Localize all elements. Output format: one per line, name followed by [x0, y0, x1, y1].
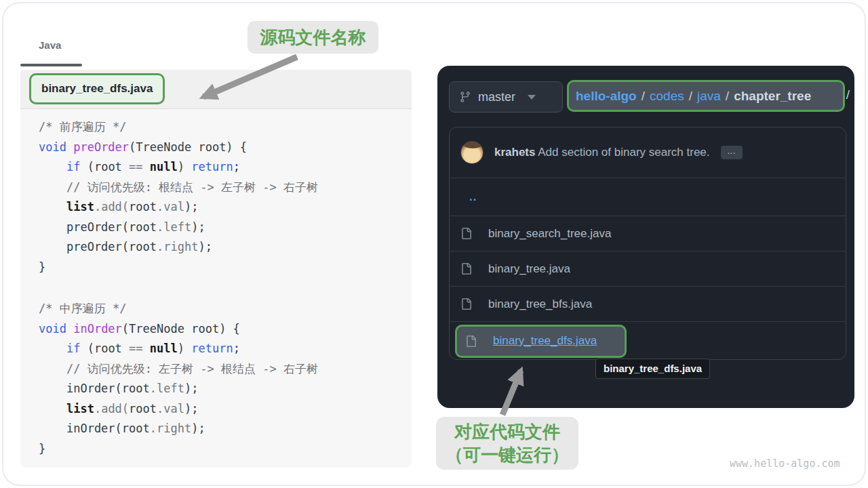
breadcrumb-current-dir: chapter_tree: [734, 89, 811, 104]
filename-tooltip: binary_tree_dfs.java: [595, 359, 710, 379]
breadcrumb-separator: /: [637, 89, 650, 104]
latest-commit-row: krahets Add section of binary search tre…: [450, 127, 846, 178]
table-row[interactable]: binary_tree.java: [450, 251, 846, 286]
branch-name: master: [478, 90, 515, 104]
parent-directory-row[interactable]: ..: [450, 178, 846, 216]
file-icon: [460, 228, 472, 239]
source-filename-badge: binary_tree_dfs.java: [29, 73, 165, 104]
annotation-source-filename: 源码文件名称: [248, 21, 378, 54]
file-link[interactable]: binary_tree.java: [488, 262, 570, 276]
code-line: inOrder(root.left);: [39, 379, 412, 399]
annotation-label-line1: 对应代码文件: [454, 420, 560, 443]
code-viewer: /* 前序遍历 */void preOrder(TreeNode root) {…: [20, 109, 412, 468]
chevron-down-icon: [528, 95, 536, 100]
code-block: /* 前序遍历 */void preOrder(TreeNode root) {…: [39, 117, 412, 277]
file-icon: [460, 263, 472, 274]
breadcrumb-separator: /: [684, 89, 697, 104]
code-line: preOrder(root.left);: [39, 218, 412, 238]
highlighted-file-link[interactable]: binary_tree_dfs.java: [493, 334, 597, 348]
file-link[interactable]: binary_search_tree.java: [488, 227, 611, 241]
code-line: /* 中序遍历 */: [39, 299, 412, 319]
file-link[interactable]: binary_tree_bfs.java: [488, 298, 592, 311]
code-line: void inOrder(TreeNode root) {: [39, 319, 412, 340]
branch-selector-button[interactable]: master: [449, 81, 563, 113]
annotation-label-line2: （可一键运行）: [446, 443, 569, 466]
commit-message: Add section of binary search tree.: [538, 146, 709, 159]
code-content: /* 前序遍历 */void preOrder(TreeNode root) {…: [39, 117, 412, 459]
commit-text: krahets Add section of binary search tre…: [494, 146, 710, 159]
code-line: if (root == null) return;: [39, 157, 412, 178]
code-line: void preOrder(TreeNode root) {: [39, 138, 412, 158]
code-line: if (root == null) return;: [39, 339, 412, 359]
breadcrumb-trailing-separator: /: [846, 87, 850, 102]
code-block-header: binary_tree_dfs.java: [20, 70, 412, 109]
watermark: www.hello-algo.com: [730, 458, 840, 470]
code-line: preOrder(root.right);: [39, 237, 412, 258]
table-row[interactable]: binary_search_tree.java: [450, 216, 846, 251]
tab-java[interactable]: Java: [39, 39, 61, 51]
file-icon: [460, 298, 472, 310]
table-row[interactable]: binary_tree_bfs.java: [450, 286, 846, 321]
code-line: inOrder(root.right);: [39, 419, 412, 439]
annotation-code-file: 对应代码文件 （可一键运行）: [436, 417, 578, 470]
code-block: /* 中序遍历 */void inOrder(TreeNode root) { …: [39, 299, 412, 459]
breadcrumb: hello-algo / codes / java / chapter_tree: [567, 80, 845, 112]
parent-directory-link[interactable]: ..: [460, 190, 477, 204]
code-line: // 访问优先级: 根结点 -> 左子树 -> 右子树: [39, 178, 412, 198]
avatar[interactable]: [460, 141, 484, 164]
breadcrumb-repo-link[interactable]: hello-algo: [576, 89, 637, 104]
code-line: }: [39, 439, 412, 460]
table-row-highlighted[interactable]: binary_tree_dfs.java: [450, 321, 846, 360]
code-line: list.add(root.val);: [39, 197, 412, 218]
breadcrumb-dir-java[interactable]: java: [697, 89, 721, 104]
breadcrumb-dir-codes[interactable]: codes: [650, 89, 684, 104]
highlighted-file-box[interactable]: binary_tree_dfs.java: [455, 325, 627, 358]
file-icon: [465, 336, 477, 347]
tab-active-indicator: [20, 64, 82, 66]
annotation-label: 源码文件名称: [260, 26, 366, 49]
code-line: // 访问优先级: 左子树 -> 根结点 -> 右子树: [39, 359, 412, 380]
figure-canvas: Java binary_tree_dfs.java /* 前序遍历 */void…: [0, 0, 868, 488]
breadcrumb-separator: /: [721, 89, 734, 104]
git-branch-icon: [459, 91, 471, 103]
code-line: list.add(root.val);: [39, 399, 412, 420]
code-line: /* 前序遍历 */: [39, 117, 412, 138]
code-line: }: [39, 258, 412, 278]
file-table: krahets Add section of binary search tre…: [449, 127, 846, 360]
github-panel: master hello-algo / codes / java / chapt…: [437, 66, 854, 408]
commit-more-button[interactable]: …: [721, 146, 743, 159]
commit-author-link[interactable]: krahets: [494, 146, 535, 159]
